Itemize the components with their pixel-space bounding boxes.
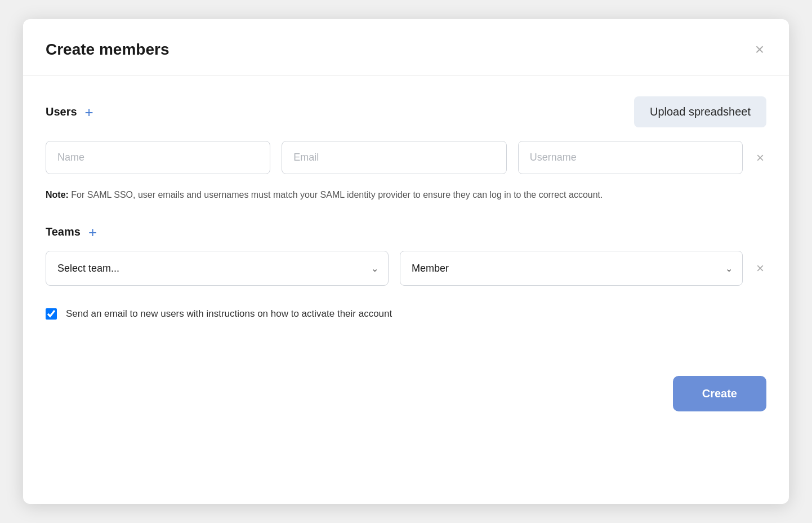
- users-section-title: Users: [46, 105, 77, 118]
- modal-close-button[interactable]: ×: [753, 39, 766, 60]
- modal-body: Users + Upload spreadsheet × Note: For S…: [23, 76, 789, 376]
- teams-section: Teams + Select team... ⌄ Member Owner Ma: [46, 225, 766, 286]
- select-team-dropdown[interactable]: Select team...: [46, 251, 389, 286]
- note-text: For SAML SSO, user emails and usernames …: [69, 190, 603, 200]
- add-team-button[interactable]: +: [87, 225, 98, 240]
- name-input[interactable]: [46, 141, 270, 174]
- select-team-wrapper: Select team... ⌄: [46, 251, 389, 286]
- teams-section-title: Teams: [46, 225, 81, 238]
- send-email-checkbox[interactable]: [46, 308, 57, 320]
- users-title-group: Users +: [46, 105, 95, 119]
- username-input[interactable]: [518, 141, 743, 174]
- email-checkbox-row: Send an email to new users with instruct…: [46, 308, 766, 320]
- team-row-close-button[interactable]: ×: [754, 258, 766, 278]
- send-email-label[interactable]: Send an email to new users with instruct…: [66, 308, 392, 320]
- user-row-close-button[interactable]: ×: [754, 148, 766, 168]
- note-bold: Note:: [46, 190, 69, 200]
- create-members-modal: Create members × Users + Upload spreadsh…: [23, 19, 789, 504]
- modal-title: Create members: [46, 41, 169, 59]
- modal-footer: Create: [23, 376, 789, 434]
- email-input[interactable]: [282, 141, 506, 174]
- saml-note: Note: For SAML SSO, user emails and user…: [46, 188, 766, 202]
- team-input-row: Select team... ⌄ Member Owner Maintainer…: [46, 251, 766, 286]
- users-section-header: Users + Upload spreadsheet: [46, 96, 766, 127]
- add-user-button[interactable]: +: [84, 105, 95, 119]
- upload-spreadsheet-button[interactable]: Upload spreadsheet: [634, 96, 766, 127]
- user-input-row: ×: [46, 141, 766, 174]
- role-dropdown-wrapper: Member Owner Maintainer ⌄: [400, 251, 743, 286]
- teams-title-row: Teams +: [46, 225, 766, 240]
- modal-header: Create members ×: [23, 19, 789, 76]
- create-button[interactable]: Create: [673, 376, 766, 411]
- role-dropdown[interactable]: Member Owner Maintainer: [400, 251, 743, 286]
